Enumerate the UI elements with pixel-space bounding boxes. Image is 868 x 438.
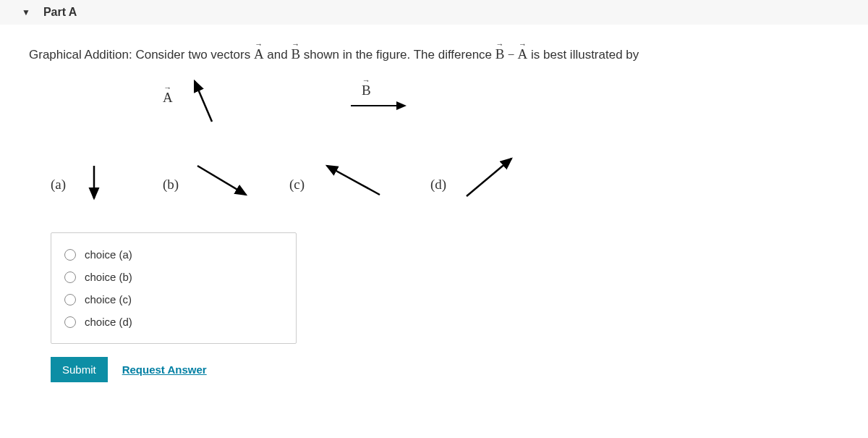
part-title: Part A [43,6,77,19]
collapse-triangle-icon[interactable]: ▼ [22,7,30,17]
option-d-label: (d) [430,177,446,193]
diff-B-symbol: →B [495,46,505,62]
action-row: Submit Request Answer [51,357,839,382]
content-area: Graphical Addition: Consider two vectors… [0,25,868,382]
answer-choices-box: choice (a) choice (b) choice (c) choice … [51,232,297,344]
prompt-text-mid2: shown in the figure. The difference [300,48,495,62]
diff-A-symbol: →A [518,46,528,62]
option-a-label: (a) [51,177,66,193]
vector-B-symbol: →B [291,46,300,62]
choice-d-row[interactable]: choice (d) [64,311,283,333]
option-c-label: (c) [289,177,305,193]
svg-line-0 [195,81,212,122]
svg-line-4 [327,166,380,195]
choice-a-row[interactable]: choice (a) [64,243,283,266]
minus-symbol: − [504,48,517,62]
radio-icon[interactable] [64,316,76,328]
radio-icon[interactable] [64,294,76,306]
choice-b-row[interactable]: choice (b) [64,266,283,288]
part-header[interactable]: ▼ Part A [0,0,868,25]
option-d-arrow-icon [459,153,524,203]
vector-A-arrow-icon [184,77,228,127]
choice-c-row[interactable]: choice (c) [64,288,283,311]
option-b-label: (b) [163,177,179,193]
figure-given-vectors: →A →B [51,77,839,135]
figure-answer-options: (a) (b) (c) (d) [51,156,839,214]
prompt-text-mid1: and [264,48,292,62]
vector-A-symbol: →A [254,46,264,62]
svg-line-3 [197,166,246,195]
option-c-arrow-icon [318,160,391,203]
vector-B-arrow-icon [347,97,420,119]
choice-c-label: choice (c) [85,293,132,306]
radio-icon[interactable] [64,249,76,261]
svg-line-5 [467,159,511,196]
option-a-arrow-icon [83,162,105,206]
prompt-text-pre: Graphical Addition: Consider two vectors [29,48,254,62]
choice-d-label: choice (d) [85,316,132,328]
choice-a-label: choice (a) [85,248,132,261]
option-b-arrow-icon [192,160,257,203]
request-answer-link[interactable]: Request Answer [122,363,207,376]
radio-icon[interactable] [64,271,76,283]
question-prompt: Graphical Addition: Consider two vectors… [29,46,839,62]
figure-area: →A →B (a) (b) [51,77,839,214]
figure-label-B: →B [362,83,371,98]
submit-button[interactable]: Submit [51,357,108,382]
prompt-text-post: is best illustrated by [527,48,639,62]
figure-label-A: →A [163,90,173,106]
choice-b-label: choice (b) [85,271,132,283]
